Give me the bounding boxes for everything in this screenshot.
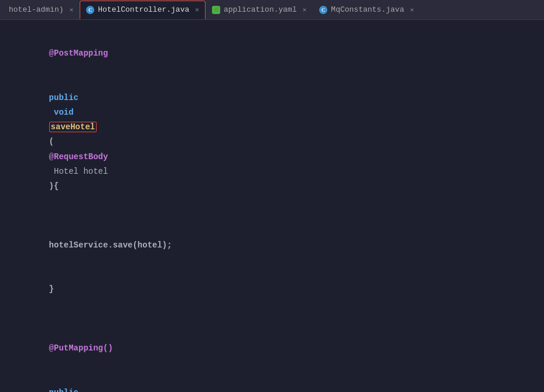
tab-mq-constants-label: MqConstants.java [331, 5, 404, 14]
tab-mq-constants[interactable]: C MqConstants.java ✕ [313, 1, 420, 19]
brace-close1: } [49, 284, 54, 294]
tab-hotel-admin[interactable]: hotel-admin) ✕ [2, 1, 80, 19]
annotation-putmapping: @PutMapping() [49, 343, 113, 353]
brace-open1: ){ [49, 181, 59, 191]
tab-bar: hotel-admin) ✕ C HotelController.java ✕ … [0, 0, 544, 20]
tab-application-yaml[interactable]: 🌿 application.yaml ✕ [206, 1, 313, 19]
kw-void: void [49, 108, 78, 117]
tab-application-yaml-close[interactable]: ✕ [303, 6, 307, 13]
tab-mq-constants-close[interactable]: ✕ [410, 6, 414, 13]
code-editor[interactable]: @PostMapping public void saveHotel ( @Re… [0, 20, 544, 392]
line-2: public void saveHotel ( @RequestBody Hot… [29, 76, 532, 209]
tab-hotel-controller-label: HotelController.java [98, 5, 189, 14]
annotation-postmapping: @PostMapping [49, 49, 108, 58]
tab-hotel-admin-label: hotel-admin) [9, 5, 64, 14]
paren-open: ( [49, 137, 54, 146]
tab-hotel-controller[interactable]: C HotelController.java ✕ [80, 1, 206, 19]
line-3: hotelService.save(hotel); [29, 208, 532, 267]
tab-hotel-controller-icon: C [86, 6, 94, 14]
method-savehotel: saveHotel [49, 122, 97, 132]
line-6: @PutMapping() [29, 326, 532, 371]
param-hotel-type: Hotel hotel [49, 167, 108, 176]
tab-yaml-icon: 🌿 [212, 6, 220, 14]
tab-mq-icon: C [319, 6, 327, 14]
line-7: public void updateById ( @RequestBody Ho… [29, 370, 532, 392]
line-5 [29, 312, 532, 326]
tab-application-yaml-label: application.yaml [224, 5, 297, 14]
line-1: @PostMapping [29, 32, 532, 76]
tab-hotel-admin-close[interactable]: ✕ [70, 6, 74, 13]
line-4: } [29, 267, 532, 312]
kw-public2: public [49, 388, 78, 393]
kw-public: public [49, 93, 78, 102]
hotel-service-save: hotelService.save(hotel); [49, 240, 172, 250]
annotation-requestbody: @RequestBody [49, 152, 108, 161]
indent-1 [49, 225, 69, 235]
tab-hotel-controller-close[interactable]: ✕ [195, 6, 199, 13]
